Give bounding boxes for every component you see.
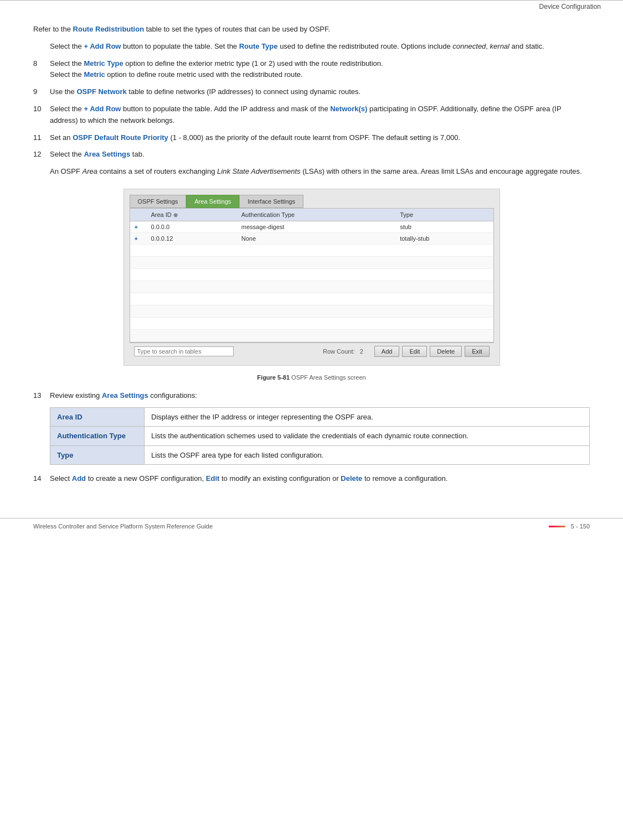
item12-sub-italic2: Link State Advertisements (217, 167, 301, 175)
route-redistribution-link[interactable]: Route Redistribution (73, 25, 145, 33)
item14-after: to remove a configuration. (362, 474, 447, 483)
route-type-link[interactable]: Route Type (239, 42, 278, 50)
intro-text-middle: table to set the types of routes that ca… (144, 25, 330, 33)
ospf-table-area: Area ID Authentication Type Type + 0.0.0… (130, 208, 494, 343)
th-auth-type: Authentication Type (237, 209, 395, 221)
metric-type-link[interactable]: Metric Type (84, 59, 123, 68)
item-9-num: 9 (33, 86, 50, 98)
tab-area-settings[interactable]: Area Settings (186, 195, 239, 208)
ospf-area-table: Area ID Authentication Type Type + 0.0.0… (130, 209, 493, 342)
item-10-num: 10 (33, 103, 50, 127)
figure-caption-bold: Figure 5-81 (257, 374, 290, 381)
row2-area-id: 0.0.0.12 (147, 232, 237, 244)
th-type: Type (395, 209, 493, 221)
item-9: 9 Use the OSPF Network table to define n… (33, 86, 590, 98)
ospf-table-footer: Row Count: 2 Add Edit Delete Exit (130, 343, 494, 360)
item14-middle2: to modify an existing configuration or (219, 474, 341, 483)
networks-link[interactable]: Network(s) (330, 105, 367, 113)
item-12: 12 Select the Area Settings tab. (33, 149, 590, 160)
edit-link[interactable]: Edit (206, 474, 220, 483)
item8-sub: Select the (50, 70, 84, 79)
row1-plus: + (130, 221, 147, 232)
footer-right: 5 - 150 (549, 523, 590, 530)
empty-table-row (130, 329, 493, 341)
ospf-tabs: OSPF Settings Area Settings Interface Se… (130, 195, 494, 208)
footer-divider (549, 526, 565, 527)
tab-interface-settings[interactable]: Interface Settings (239, 195, 303, 208)
add-link[interactable]: Add (72, 474, 86, 483)
item-13-text: Review existing Area Settings configurat… (50, 390, 590, 402)
empty-table-row (130, 281, 493, 293)
delete-button[interactable]: Delete (430, 346, 462, 357)
item14-before: Select (50, 474, 72, 483)
subpara-italic1: connected (452, 42, 486, 50)
ospf-action-buttons: Add Edit Delete Exit (374, 346, 490, 357)
item13-before: Review existing (50, 391, 102, 400)
subpara-before: Select the (50, 42, 84, 50)
item-8-num: 8 (33, 58, 50, 81)
info-row-area-id: Area ID Displays either the IP address o… (50, 407, 590, 427)
desc-area-id: Displays either the IP address or intege… (145, 407, 590, 427)
item-14-num: 14 (33, 473, 50, 485)
item10-before: Select the (50, 105, 84, 113)
item8-before: Select the (50, 59, 84, 68)
metric-link[interactable]: Metric (84, 70, 105, 79)
item12-sub-after2: (LSAs) with others in the same area. Are… (301, 167, 582, 175)
label-auth-type: Authentication Type (50, 427, 145, 446)
item-12-num: 12 (33, 149, 50, 160)
item-11: 11 Set an OSPF Default Route Priority (1… (33, 132, 590, 144)
figure-caption-text: OSPF Area Settings screen (290, 374, 366, 381)
item-8: 8 Select the Metric Type option to defin… (33, 58, 590, 81)
item11-after: (1 - 8,000) as the priority of the defau… (168, 133, 460, 142)
item-11-text: Set an OSPF Default Route Priority (1 - … (50, 132, 590, 144)
footer-right: Row Count: 2 Add Edit Delete Exit (323, 346, 489, 357)
tab-ospf-settings[interactable]: OSPF Settings (130, 195, 187, 208)
item-12-text: Select the Area Settings tab. (50, 149, 590, 160)
delete-link[interactable]: Delete (341, 474, 362, 483)
ospf-screenshot: OSPF Settings Area Settings Interface Se… (123, 189, 500, 366)
ospf-default-route-priority-link[interactable]: OSPF Default Route Priority (73, 133, 168, 142)
add-row-link-2[interactable]: + Add Row (84, 105, 121, 113)
item11-before: Set an (50, 133, 73, 142)
empty-table-row (130, 317, 493, 329)
search-input[interactable] (134, 346, 234, 356)
label-type: Type (50, 445, 145, 465)
info-row-auth-type: Authentication Type Lists the authentica… (50, 427, 590, 446)
area-settings-link-2[interactable]: Area Settings (102, 391, 148, 400)
item9-after: table to define networks (IP addresses) … (127, 87, 361, 96)
empty-table-row (130, 268, 493, 281)
subpara-middle: button to populate the table. Set the (121, 42, 239, 50)
item-14-text: Select Add to create a new OSPF configur… (50, 473, 590, 485)
table-row[interactable]: + 0.0.0.0 message-digest stub (130, 221, 493, 232)
item-11-num: 11 (33, 132, 50, 144)
info-row-type: Type Lists the OSPF area type for each l… (50, 445, 590, 465)
item8-after: option to define the exterior metric typ… (123, 59, 383, 68)
add-button[interactable]: Add (374, 346, 400, 357)
table-row[interactable]: + 0.0.0.12 None totally-stub (130, 232, 493, 244)
exit-button[interactable]: Exit (465, 346, 489, 357)
item12-after: tab. (130, 150, 144, 158)
area-settings-link-1[interactable]: Area Settings (84, 150, 130, 158)
row2-auth-type: None (237, 232, 395, 244)
th-spacer (130, 209, 147, 221)
info-table-container: Area ID Displays either the IP address o… (50, 407, 590, 465)
intro-text-before: Refer to the (33, 25, 73, 33)
add-row-link-1[interactable]: + Add Row (84, 42, 121, 50)
item13-after: configurations: (148, 391, 197, 400)
item12-sub-italic: Area (83, 167, 97, 175)
item-12-sub: An OSPF Area contains a set of routers e… (50, 166, 590, 178)
empty-table-row (130, 244, 493, 256)
th-area-id[interactable]: Area ID (147, 209, 237, 221)
desc-auth-type: Lists the authentication schemes used to… (145, 427, 590, 446)
item-14: 14 Select Add to create a new OSPF confi… (33, 473, 590, 485)
row2-type: totally-stub (395, 232, 493, 244)
empty-table-row (130, 305, 493, 317)
header-title: Device Configuration (539, 3, 601, 11)
item8-sub-after: option to define route metric used with … (105, 70, 303, 79)
row1-type: stub (395, 221, 493, 232)
row1-auth-type: message-digest (237, 221, 395, 232)
edit-button[interactable]: Edit (402, 346, 427, 357)
item-9-text: Use the OSPF Network table to define net… (50, 86, 590, 98)
ospf-network-link[interactable]: OSPF Network (76, 87, 126, 96)
item-10: 10 Select the + Add Row button to popula… (33, 103, 590, 127)
